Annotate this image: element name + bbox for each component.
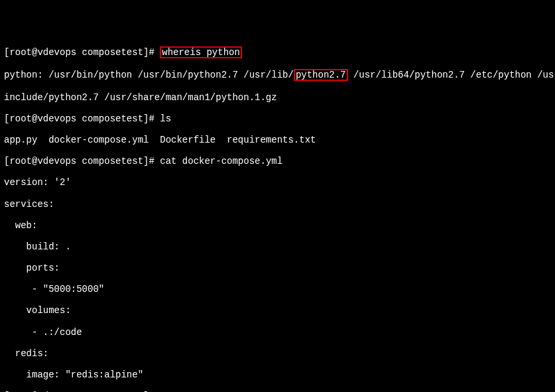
terminal-line[interactable]: [root@vdevops composetest]# whereis pyth… — [4, 46, 551, 58]
shell-prompt: [root@vdevops composetest]# — [4, 156, 160, 166]
compose-line: image: "redis:alpine" — [4, 369, 551, 380]
cmd-whereis-python: whereis python — [160, 46, 242, 58]
compose-line: redis: — [4, 348, 551, 359]
compose-line: - "5000:5000" — [4, 284, 551, 294]
compose-line: version: '2' — [4, 177, 551, 188]
terminal-line: python: /usr/bin/python /usr/bin/python2… — [4, 69, 551, 81]
shell-prompt: [root@vdevops composetest]# — [4, 113, 160, 124]
ls-output: app.py docker-compose.yml Dockerfile req… — [4, 135, 316, 145]
whereis-python27-highlight: python2.7 — [294, 69, 348, 81]
whereis-output-part1: python: /usr/bin/python /usr/bin/python2… — [4, 70, 294, 80]
compose-line: - .:/code — [4, 327, 551, 338]
whereis-output-part2: /usr/lib64/python2.7 /etc/python /usr/ — [348, 70, 556, 80]
cmd-ls: ls — [160, 113, 171, 124]
compose-line: ports: — [4, 263, 551, 273]
terminal-line[interactable]: [root@vdevops composetest]# ls — [4, 113, 551, 124]
whereis-output-part3: include/python2.7 /usr/share/man/man1/py… — [4, 92, 277, 103]
compose-line: volumes: — [4, 305, 551, 316]
compose-line: services: — [4, 199, 551, 210]
terminal-line[interactable]: [root@vdevops composetest]# cat docker-c… — [4, 156, 551, 166]
shell-prompt: [root@vdevops composetest]# — [4, 47, 160, 58]
compose-line: build: . — [4, 241, 551, 252]
terminal-line: include/python2.7 /usr/share/man/man1/py… — [4, 92, 551, 103]
cmd-cat-compose: cat docker-compose.yml — [160, 156, 282, 166]
compose-line: web: — [4, 220, 551, 231]
terminal-line: app.py docker-compose.yml Dockerfile req… — [4, 135, 551, 145]
